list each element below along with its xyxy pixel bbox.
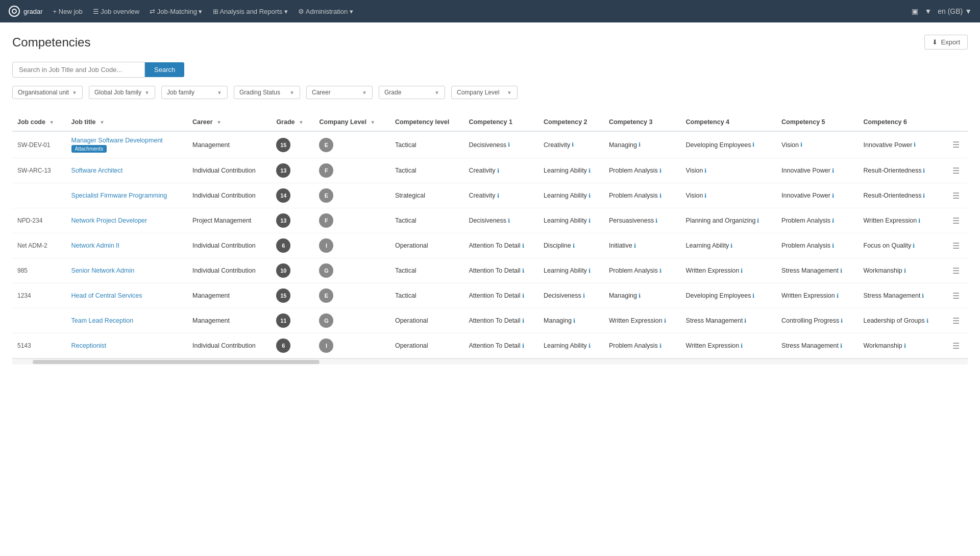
job-title-link[interactable]: Specialist Firmware Programming [71,192,167,199]
filter-org-unit[interactable]: Organisational unit ▼ [12,86,83,99]
row-menu-button[interactable]: ☰ [949,165,963,177]
row-menu-button[interactable]: ☰ [949,315,963,327]
row-menu-button[interactable]: ☰ [949,265,963,277]
competency6-info-icon[interactable]: ℹ [913,243,915,249]
job-title-link[interactable]: Network Project Developer [71,217,148,224]
competency6-info-icon[interactable]: ℹ [914,141,916,148]
competency1-info-icon[interactable]: ℹ [522,268,524,274]
competency2-info-icon[interactable]: ℹ [589,268,591,274]
competency5-info-icon[interactable]: ℹ [840,343,842,349]
competency5-info-icon[interactable]: ℹ [832,192,834,199]
competency3-info-icon[interactable]: ℹ [659,167,662,174]
competency6-info-icon[interactable]: ℹ [926,318,928,324]
col-job-title[interactable]: Job title ▼ [66,113,187,131]
col-actions [944,113,968,131]
layout-icon[interactable]: ▣ [912,7,918,15]
competency6-info-icon[interactable]: ℹ [904,343,906,349]
row-menu-button[interactable]: ☰ [949,190,963,202]
row-menu-button[interactable]: ☰ [949,139,963,151]
competency3-info-icon[interactable]: ℹ [659,268,662,274]
job-title-link[interactable]: Software Architect [71,167,123,174]
job-title-link[interactable]: Network Admin II [71,242,119,249]
user-menu[interactable]: ▼ [924,7,932,15]
competency6-info-icon[interactable]: ℹ [922,293,924,299]
filter-grading-status[interactable]: Grading Status ▼ [234,86,300,99]
competency2-info-icon[interactable]: ℹ [589,167,591,174]
competency5-info-icon[interactable]: ℹ [800,141,802,148]
competency6-info-icon[interactable]: ℹ [923,167,925,174]
filter-company-level[interactable]: Company Level ▼ [451,86,518,99]
competency5-info-icon[interactable]: ℹ [832,217,834,224]
competency2-info-icon[interactable]: ℹ [573,318,575,324]
nav-job-matching[interactable]: ⇄ Job-Matching ▾ [150,8,202,15]
competency5-info-icon[interactable]: ℹ [841,318,843,324]
competency3-info-icon[interactable]: ℹ [659,192,662,199]
competency5-info-icon[interactable]: ℹ [832,167,834,174]
filter-job-family[interactable]: Job family ▼ [161,86,228,99]
competency4-info-icon[interactable]: ℹ [704,192,706,199]
nav-analysis-reports[interactable]: ⊞ Analysis and Reports ▾ [213,8,288,15]
col-job-code[interactable]: Job code ▼ [12,113,66,131]
search-input[interactable] [12,62,145,78]
col-grade[interactable]: Grade ▼ [271,113,314,131]
horizontal-scrollbar[interactable] [12,358,968,365]
scrollbar-thumb[interactable] [33,360,320,364]
col-career[interactable]: Career ▼ [187,113,271,131]
competency1-cell: Attention To Detailℹ [463,308,538,333]
nav-administration[interactable]: ⚙ Administration ▾ [298,8,353,15]
competency3-info-icon[interactable]: ℹ [634,243,636,249]
competency1-info-icon[interactable]: ℹ [508,217,510,224]
job-title-link[interactable]: Senior Network Admin [71,267,135,274]
competency1-info-icon[interactable]: ℹ [522,343,524,349]
search-button[interactable]: Search [145,62,184,77]
competency2-info-icon[interactable]: ℹ [589,343,591,349]
filter-grade[interactable]: Grade ▼ [379,86,445,99]
competency6-info-icon[interactable]: ℹ [904,268,906,274]
competency4-info-icon[interactable]: ℹ [752,141,754,148]
competency1-info-icon[interactable]: ℹ [508,141,510,148]
competency4-info-icon[interactable]: ℹ [741,343,743,349]
row-menu-button[interactable]: ☰ [949,215,963,227]
competency2-info-icon[interactable]: ℹ [589,192,591,199]
nav-new-job[interactable]: + New job [53,8,83,15]
competency4-info-icon[interactable]: ℹ [741,268,743,274]
competency6-info-icon[interactable]: ℹ [918,217,920,224]
job-title-link[interactable]: Team Lead Reception [71,317,134,324]
filter-global-job-family[interactable]: Global Job family ▼ [89,86,155,99]
competency2-info-icon[interactable]: ℹ [583,293,585,299]
competency5-info-icon[interactable]: ℹ [832,243,834,249]
competency3-info-icon[interactable]: ℹ [655,217,657,224]
competency5-info-icon[interactable]: ℹ [837,293,839,299]
competency4-info-icon[interactable]: ℹ [730,243,732,249]
row-menu-button[interactable]: ☰ [949,340,963,352]
competency4-info-icon[interactable]: ℹ [757,217,759,224]
competency4-info-icon[interactable]: ℹ [744,318,746,324]
competency4-info-icon[interactable]: ℹ [752,293,754,299]
row-menu-button[interactable]: ☰ [949,290,963,302]
competency4-info-icon[interactable]: ℹ [704,167,706,174]
competency3-info-icon[interactable]: ℹ [639,293,641,299]
job-title-link[interactable]: Receptionist [71,342,107,349]
competency6-info-icon[interactable]: ℹ [923,192,925,199]
competency2-info-icon[interactable]: ℹ [572,141,574,148]
competency3-info-icon[interactable]: ℹ [664,318,666,324]
export-button[interactable]: ⬇ Export [924,35,968,50]
competency1-info-icon[interactable]: ℹ [497,167,499,174]
competency3-info-icon[interactable]: ℹ [659,343,662,349]
row-menu-button[interactable]: ☰ [949,240,963,252]
competency1-info-icon[interactable]: ℹ [522,293,524,299]
competency1-info-icon[interactable]: ℹ [522,318,524,324]
job-title-link[interactable]: Head of Central Services [71,292,142,299]
filter-career[interactable]: Career ▼ [306,86,373,99]
competency2-info-icon[interactable]: ℹ [573,243,575,249]
competency3-info-icon[interactable]: ℹ [639,141,641,148]
competency2-info-icon[interactable]: ℹ [589,217,591,224]
competency5-info-icon[interactable]: ℹ [840,268,842,274]
job-title-link[interactable]: Manager Software Development [71,137,163,144]
col-company-level[interactable]: Company Level ▼ [314,113,389,131]
brand-logo[interactable]: gradar [8,5,43,17]
nav-job-overview[interactable]: ☰ Job overview [93,8,139,15]
language-selector[interactable]: en (GB) ▼ [938,7,972,15]
competency1-info-icon[interactable]: ℹ [497,192,499,199]
competency1-info-icon[interactable]: ℹ [522,243,524,249]
